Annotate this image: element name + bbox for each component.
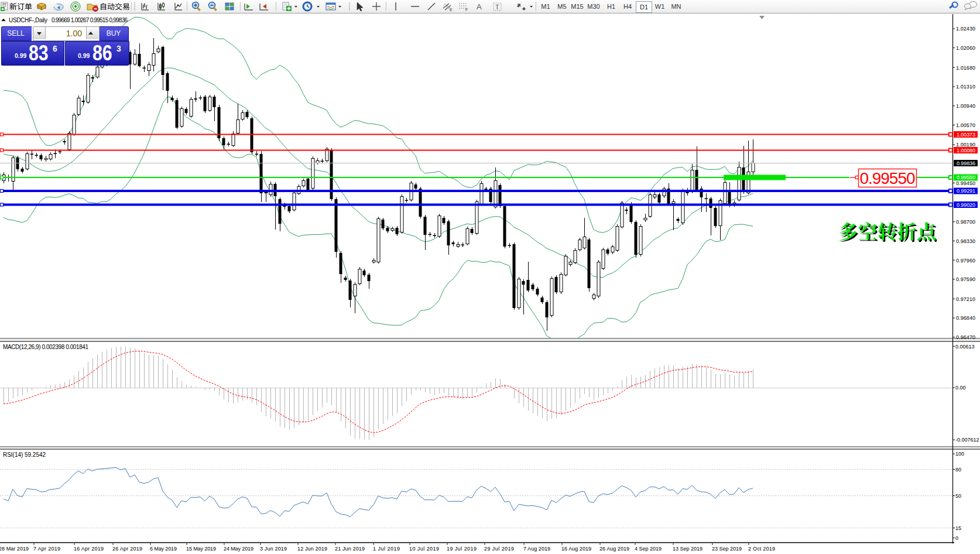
svg-text:-0.007612: -0.007612: [955, 437, 979, 443]
svg-text:1 Jul 2019: 1 Jul 2019: [373, 546, 400, 552]
svg-text:0.99450: 0.99450: [956, 180, 975, 186]
svg-text:100: 100: [955, 451, 964, 457]
svg-text:12 Jun 2019: 12 Jun 2019: [297, 546, 327, 552]
svg-text:MACD(12,26,9) 0.002398 0.00184: MACD(12,26,9) 0.002398 0.001841: [3, 344, 88, 350]
svg-text:19 Jul 2019: 19 Jul 2019: [447, 546, 477, 552]
svg-text:2 Oct 2019: 2 Oct 2019: [748, 546, 775, 552]
svg-text:80: 80: [955, 467, 961, 473]
svg-text:0.99020: 0.99020: [957, 202, 975, 208]
svg-text:4 Sep 2019: 4 Sep 2019: [635, 546, 662, 552]
svg-text:3 Jun 2019: 3 Jun 2019: [260, 546, 287, 552]
svg-text:7 Aug 2019: 7 Aug 2019: [523, 546, 550, 552]
svg-text:1.02430: 1.02430: [956, 26, 975, 32]
svg-text:15: 15: [955, 525, 961, 531]
svg-text:15 May 2019: 15 May 2019: [186, 546, 216, 552]
svg-text:0.98700: 0.98700: [956, 219, 975, 225]
svg-text:13 Sep 2019: 13 Sep 2019: [673, 546, 703, 552]
svg-text:A: A: [477, 2, 482, 11]
svg-text:26 Aug 2019: 26 Aug 2019: [599, 546, 629, 552]
svg-text:16 Apr 2019: 16 Apr 2019: [74, 546, 104, 552]
svg-text:1.00570: 1.00570: [956, 122, 975, 128]
svg-text:E: E: [450, 8, 453, 12]
svg-text:0: 0: [955, 535, 958, 541]
svg-text:RSI(14) 59.2542: RSI(14) 59.2542: [3, 452, 46, 458]
svg-text:1.00373: 1.00373: [957, 132, 975, 138]
svg-text:1.01680: 1.01680: [956, 65, 975, 71]
svg-text:0.99836: 0.99836: [957, 160, 975, 166]
svg-text:1.00080: 1.00080: [957, 148, 975, 153]
svg-text:16 Aug 2019: 16 Aug 2019: [561, 546, 591, 552]
svg-text:0.97960: 0.97960: [956, 258, 975, 264]
svg-text:0.97590: 0.97590: [956, 276, 975, 282]
svg-text:28 Mar 2019: 28 Mar 2019: [0, 546, 29, 552]
svg-text:1.01310: 1.01310: [956, 84, 975, 90]
svg-text:10 Jul 2019: 10 Jul 2019: [409, 546, 439, 552]
svg-text:0.98330: 0.98330: [956, 238, 975, 244]
svg-text:26 Apr 2019: 26 Apr 2019: [112, 546, 142, 552]
svg-text:29 Jul 2019: 29 Jul 2019: [484, 546, 514, 552]
svg-text:0.96840: 0.96840: [956, 315, 975, 321]
svg-text:7 Apr 2019: 7 Apr 2019: [33, 546, 60, 552]
svg-text:1.00190: 1.00190: [956, 142, 975, 148]
svg-text:1.00940: 1.00940: [956, 103, 975, 109]
svg-text:F: F: [465, 8, 468, 12]
svg-text:23 Sep 2019: 23 Sep 2019: [712, 546, 742, 552]
svg-text:0.96470: 0.96470: [956, 334, 975, 340]
svg-text:0.99669 1.00267 0.99515 0,9983: 0.99669 1.00267 0.99515 0,99836: [52, 17, 128, 23]
svg-text:50: 50: [955, 493, 961, 499]
svg-text:6 May 2019: 6 May 2019: [150, 546, 177, 552]
svg-text:0.99550: 0.99550: [957, 175, 975, 180]
svg-text:0.00613: 0.00613: [955, 344, 975, 350]
svg-text:0.97210: 0.97210: [956, 296, 975, 302]
svg-text:0.99291: 0.99291: [957, 188, 975, 194]
svg-text:24 May 2019: 24 May 2019: [224, 546, 253, 552]
svg-text:0.00: 0.00: [955, 385, 966, 391]
svg-text:21 Jun 2019: 21 Jun 2019: [335, 546, 365, 552]
svg-text:1.02060: 1.02060: [956, 45, 975, 51]
svg-text:USDCHF-,Daily: USDCHF-,Daily: [9, 17, 47, 23]
svg-text:T: T: [495, 4, 499, 11]
svg-text:0.99550: 0.99550: [860, 169, 916, 187]
